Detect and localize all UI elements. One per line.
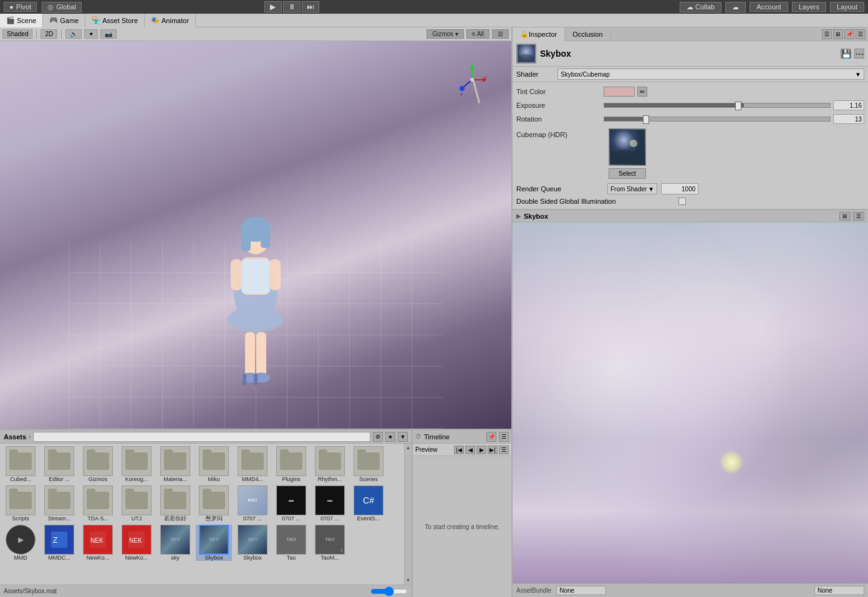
- inspector-save-btn[interactable]: 💾: [841, 49, 851, 59]
- inspector-icon-btn2[interactable]: ⊞: [833, 29, 843, 39]
- tint-color-swatch[interactable]: [604, 87, 635, 97]
- list-item[interactable]: Scripts: [2, 485, 39, 522]
- audio-button[interactable]: 🔊: [65, 29, 82, 39]
- layers-button[interactable]: Layers: [792, 2, 826, 12]
- rotation-number[interactable]: 13: [833, 114, 864, 124]
- list-item[interactable]: TAO Tao: [273, 525, 309, 561]
- list-item[interactable]: Rhythm...: [312, 446, 348, 483]
- 2d-button[interactable]: 2D: [41, 29, 57, 39]
- skybox-preview-title: Skybox: [524, 213, 548, 220]
- list-item[interactable]: Materia...: [157, 446, 193, 483]
- cubemap-select-btn[interactable]: Select: [609, 168, 646, 179]
- tint-color-edit-btn[interactable]: ✏: [637, 87, 647, 97]
- fx-button[interactable]: ✦: [84, 29, 98, 39]
- assetbundle-field2[interactable]: None: [814, 586, 864, 595]
- timeline-icon: ⏱: [415, 433, 422, 440]
- list-item[interactable]: Cubed...: [2, 446, 39, 483]
- assets-zoom-slider[interactable]: [370, 586, 408, 596]
- sun-glow: [719, 450, 744, 475]
- global-button[interactable]: ◎ Global: [42, 2, 82, 12]
- render-queue-dropdown[interactable]: From Shader ▼: [607, 183, 657, 194]
- assets-star-btn[interactable]: ★: [385, 432, 395, 442]
- collab-button[interactable]: ☁ Collab: [680, 2, 721, 12]
- inspector-icon-btn4[interactable]: ☰: [856, 29, 866, 39]
- pivot-button[interactable]: ● Pivot: [4, 2, 37, 12]
- tl-play-btn[interactable]: ▶: [476, 446, 486, 454]
- list-item[interactable]: TDA S...: [80, 485, 116, 522]
- list-item[interactable]: Gizmos: [80, 446, 116, 483]
- list-item[interactable]: Editor ...: [41, 446, 77, 483]
- list-item[interactable]: Scenes: [350, 446, 387, 483]
- list-item[interactable]: MMD4...: [234, 446, 271, 483]
- inspector-more-btn[interactable]: ⋯: [854, 49, 864, 59]
- camera-button[interactable]: 📷: [100, 29, 117, 39]
- list-item[interactable]: Koreog...: [118, 446, 155, 483]
- tl-next-btn[interactable]: ▶|: [488, 446, 498, 454]
- list-item[interactable]: Z MMDC...: [41, 525, 77, 561]
- list-item[interactable]: Miku: [196, 446, 232, 483]
- list-item[interactable]: IMG 0707 ...: [234, 485, 271, 522]
- tl-menu-btn[interactable]: ☰: [499, 446, 509, 454]
- shaded-dropdown[interactable]: Shaded: [2, 29, 32, 39]
- tab-asset-store[interactable]: 🏪 Asset Store: [85, 14, 145, 27]
- gizmos-button[interactable]: Gizmos ▾: [427, 29, 464, 39]
- tl-prev-btn[interactable]: |◀: [454, 446, 464, 454]
- list-item[interactable]: ▬ 0707 ...: [273, 485, 309, 522]
- timeline-preview-label: Preview: [415, 446, 438, 453]
- cubemap-thumb-area: Select: [609, 128, 646, 179]
- list-item[interactable]: UTJ: [118, 485, 155, 522]
- exposure-slider[interactable]: [604, 103, 831, 108]
- layout-button[interactable]: Layout: [830, 2, 864, 12]
- list-item[interactable]: ▬ 0707 ...: [312, 485, 348, 522]
- all-button[interactable]: ≡ All: [466, 29, 489, 39]
- sky-clouds: [513, 222, 868, 583]
- list-item[interactable]: 若若你好: [157, 485, 193, 522]
- preview-menu-btn[interactable]: ☰: [853, 212, 864, 221]
- assets-scrollbar[interactable]: ▲ ▼: [404, 444, 412, 585]
- inspector-icon-btn1[interactable]: ☰: [822, 29, 832, 39]
- assetbundle-label: AssetBundle: [516, 587, 551, 594]
- next-button[interactable]: ⏭: [302, 1, 319, 12]
- list-item[interactable]: SKY Skybox: [234, 525, 271, 561]
- list-item[interactable]: SKY Skybox: [196, 525, 232, 561]
- list-item[interactable]: 憋罗闷: [196, 485, 232, 522]
- tab-inspector[interactable]: 🔒 Inspector: [513, 27, 565, 41]
- svg-rect-14: [243, 374, 246, 385]
- tab-occlusion[interactable]: Occlusion: [565, 27, 610, 41]
- tab-scene[interactable]: 🎬 Scene: [0, 14, 43, 27]
- timeline-menu-btn[interactable]: ☰: [499, 432, 509, 442]
- list-item[interactable]: Plugins: [273, 446, 309, 483]
- dsgi-checkbox[interactable]: [678, 198, 686, 205]
- scene-view[interactable]: x y z: [0, 41, 511, 429]
- list-item[interactable]: C# EventS...: [350, 485, 387, 522]
- list-item[interactable]: ▶ MMD: [2, 525, 39, 561]
- tl-back-btn[interactable]: ◀: [465, 446, 475, 454]
- render-queue-number[interactable]: 1000: [661, 183, 698, 194]
- assets-settings-btn[interactable]: ⚙: [373, 432, 383, 442]
- list-item[interactable]: NEK NewKo...: [118, 525, 155, 561]
- tab-animator[interactable]: 🎭 Animator: [145, 14, 196, 27]
- assets-search-input[interactable]: [33, 432, 370, 442]
- account-button[interactable]: Account: [750, 2, 788, 12]
- rotation-slider[interactable]: [604, 117, 831, 122]
- shader-dropdown[interactable]: Skybox/Cubemap ▼: [557, 69, 864, 80]
- scroll-up-arrow[interactable]: ▲: [406, 445, 411, 451]
- preview-resize-btn[interactable]: ⊞: [839, 212, 851, 221]
- assetbundle-field1[interactable]: None: [556, 586, 606, 595]
- pause-button[interactable]: ⏸: [283, 1, 301, 12]
- play-button[interactable]: ▶: [264, 1, 282, 12]
- cloud-button[interactable]: ☁: [725, 2, 746, 12]
- list-item[interactable]: NEK NewKo...: [80, 525, 116, 561]
- assets-filter-btn[interactable]: ▼: [398, 432, 408, 442]
- tab-game[interactable]: 🎮 Game: [43, 14, 85, 27]
- inspector-icon-btn3[interactable]: 📌: [844, 29, 854, 39]
- svg-rect-8: [231, 259, 242, 290]
- scroll-down-arrow[interactable]: ▼: [406, 578, 411, 583]
- scene-toolbar: Shaded 2D 🔊 ✦ 📷 Gizmos ▾ ≡ All ☰: [0, 27, 511, 41]
- list-item[interactable]: TAO z TaoM...: [312, 525, 348, 561]
- exposure-number[interactable]: 1.16: [833, 100, 864, 110]
- list-item[interactable]: Stream...: [41, 485, 77, 522]
- list-item[interactable]: SKY sky: [157, 525, 193, 561]
- timeline-pin-btn[interactable]: 📌: [486, 432, 496, 442]
- menu-button[interactable]: ☰: [492, 29, 509, 39]
